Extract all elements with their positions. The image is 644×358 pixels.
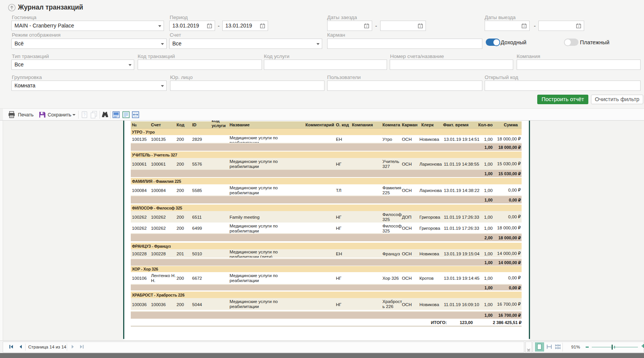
svg-text:7: 7 [419,25,421,28]
svg-text:7: 7 [209,25,210,28]
svg-text:7: 7 [262,25,263,28]
svg-text:7: 7 [578,25,580,28]
svg-text:7: 7 [523,25,525,28]
svg-text:7: 7 [366,25,368,28]
svg-text:?: ? [84,113,86,117]
